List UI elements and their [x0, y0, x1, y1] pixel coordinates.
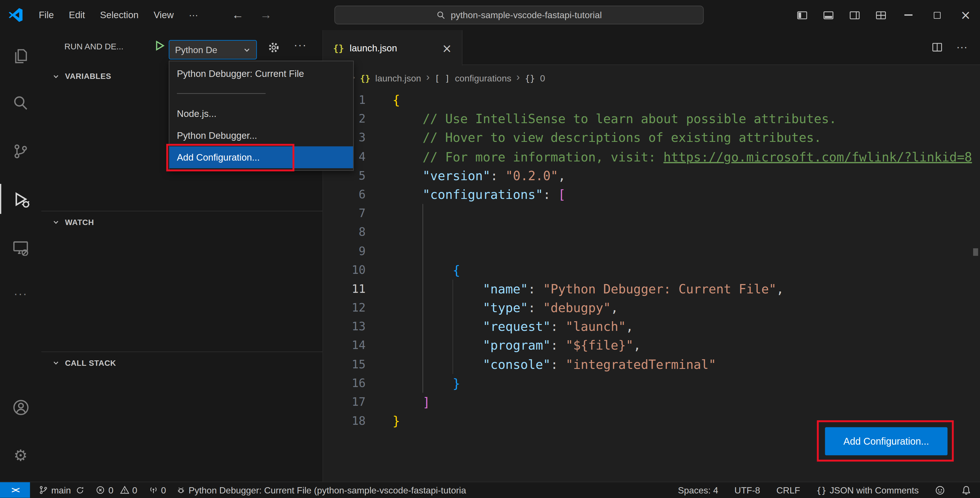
menu-more[interactable]: ··· — [181, 6, 205, 24]
minimize-icon — [904, 14, 912, 15]
indent-status[interactable]: Spaces: 4 — [678, 485, 718, 495]
code-line-content — [366, 204, 393, 223]
customize-layout-icon[interactable] — [872, 0, 889, 30]
code-line-content: // For more information, visit: https://… — [366, 147, 972, 166]
menu-view[interactable]: View — [146, 6, 181, 24]
code-line-content: "configurations": [ — [366, 185, 565, 204]
debug-config-picker[interactable]: Python De — [169, 40, 257, 59]
dropdown-separator — [177, 93, 266, 94]
code-line[interactable]: 7 — [323, 204, 980, 223]
minimize-button[interactable] — [894, 0, 923, 30]
scrollbar-mark[interactable] — [973, 248, 978, 256]
toggle-secondary-sidebar-icon[interactable] — [846, 0, 863, 30]
code-line-content: { — [366, 91, 400, 110]
annotation-box-add-configuration-button — [817, 420, 954, 461]
split-editor-icon[interactable] — [932, 42, 942, 53]
breadcrumb-symbol-configurations[interactable]: configurations — [455, 73, 511, 83]
line-number: 11 — [323, 279, 366, 298]
line-number: 17 — [323, 393, 366, 412]
activity-search[interactable] — [0, 88, 41, 118]
breadcrumb: code › {} launch.json › [ ] configuratio… — [323, 65, 980, 91]
activity-remote-explorer[interactable] — [0, 233, 41, 263]
files-icon — [13, 48, 29, 64]
maximize-button[interactable] — [923, 0, 951, 30]
vscode-logo-icon — [8, 7, 23, 22]
code-line[interactable]: 16 } — [323, 374, 980, 393]
code-line[interactable]: 2 // Use IntelliSense to learn about pos… — [323, 110, 980, 129]
menu-edit[interactable]: Edit — [61, 6, 92, 24]
forward-arrow-icon[interactable]: → — [260, 8, 272, 22]
json-file-icon: {} — [333, 43, 344, 53]
copilot-status[interactable] — [935, 485, 945, 495]
activity-account[interactable] — [0, 392, 41, 422]
section-call-stack[interactable]: CALL STACK — [41, 351, 322, 374]
toggle-panel-icon[interactable] — [819, 0, 837, 30]
eol-status[interactable]: CRLF — [776, 485, 800, 495]
line-number: 13 — [323, 317, 366, 336]
code-line[interactable]: 8 — [323, 223, 980, 242]
toggle-primary-sidebar-icon[interactable] — [793, 0, 811, 30]
code-line-content — [366, 242, 393, 261]
activity-settings[interactable]: ⚙ — [0, 441, 41, 471]
code-line[interactable]: 3 // Hover to view descriptions of exist… — [323, 129, 980, 148]
breadcrumb-file[interactable]: launch.json — [375, 73, 421, 83]
ports-status[interactable]: 0 — [149, 485, 166, 495]
activity-source-control[interactable] — [0, 136, 41, 166]
bug-icon — [176, 485, 185, 495]
tab-launch-json[interactable]: {} launch.json × — [323, 30, 463, 66]
code-line-content: ] — [366, 393, 430, 412]
section-watch[interactable]: WATCH — [41, 211, 322, 233]
dropdown-item-python-debugger[interactable]: Python Debugger... — [169, 124, 353, 147]
views-more-actions[interactable]: ··· — [294, 39, 307, 52]
activity-explorer[interactable] — [0, 41, 41, 71]
activity-run-and-debug[interactable] — [0, 184, 41, 214]
ports-count: 0 — [161, 485, 166, 495]
line-number: 15 — [323, 355, 366, 374]
code-line[interactable]: 17 ] — [323, 393, 980, 412]
code-line[interactable]: 15 "console": "integratedTerminal" — [323, 355, 980, 374]
chevron-right-icon: › — [516, 72, 520, 84]
titlebar: File Edit Selection View ··· ← → python-… — [0, 0, 980, 30]
notifications-status[interactable] — [961, 485, 971, 495]
command-center[interactable]: python-sample-vscode-fastapi-tutorial — [334, 6, 704, 24]
chevron-down-icon — [243, 46, 250, 53]
tab-close-icon[interactable]: × — [442, 41, 452, 54]
encoding-status[interactable]: UTF-8 — [735, 485, 760, 495]
menu-selection[interactable]: Selection — [92, 6, 146, 24]
code-line[interactable]: 1{ — [323, 91, 980, 110]
chevron-right-icon: › — [426, 72, 430, 84]
line-number: 7 — [323, 204, 366, 223]
start-debug-icon[interactable] — [153, 40, 165, 52]
code-line[interactable]: 4 // For more information, visit: https:… — [323, 147, 980, 166]
debug-config-status[interactable]: Python Debugger: Current File (python-sa… — [176, 485, 466, 495]
code-line[interactable]: 14 "program": "${file}", — [323, 336, 980, 355]
breadcrumb-symbol-0[interactable]: 0 — [540, 73, 545, 83]
code-line[interactable]: 13 "request": "launch", — [323, 317, 980, 336]
close-button[interactable]: × — [951, 0, 980, 30]
close-icon: × — [961, 9, 971, 21]
warning-count: 0 — [132, 485, 137, 495]
code-line[interactable]: 12 "type": "debugpy", — [323, 298, 980, 317]
code-line[interactable]: 6 "configurations": [ — [323, 185, 980, 204]
activity-more[interactable]: ··· — [0, 279, 41, 309]
broadcast-icon — [149, 485, 158, 495]
code-line[interactable]: 5 "version": "0.2.0", — [323, 166, 980, 185]
code-line[interactable]: 9 — [323, 242, 980, 261]
annotation-box-dropdown-add-configuration — [166, 144, 294, 171]
menu-file[interactable]: File — [31, 6, 61, 24]
dropdown-item-nodejs[interactable]: Node.js... — [169, 102, 353, 124]
language-status[interactable]: {} JSON with Comments — [816, 485, 919, 495]
activity-bar: ··· ⚙ — [0, 30, 41, 482]
code-line[interactable]: 11 "name": "Python Debugger: Current Fil… — [323, 279, 980, 298]
code-line-content: "request": "launch", — [366, 317, 633, 336]
branch-status[interactable]: main — [39, 485, 85, 495]
gear-icon[interactable] — [267, 41, 280, 54]
remote-indicator[interactable]: >< — [0, 482, 30, 498]
code-line[interactable]: 10 { — [323, 260, 980, 279]
braces-icon: {} — [816, 485, 827, 495]
run-and-debug-icon — [12, 190, 29, 208]
problems-status[interactable]: 0 0 — [96, 485, 137, 495]
back-arrow-icon[interactable]: ← — [232, 8, 244, 22]
dropdown-item-python-current-file[interactable]: Python Debugger: Current File — [169, 62, 353, 84]
editor-more-actions[interactable]: ··· — [956, 41, 967, 54]
